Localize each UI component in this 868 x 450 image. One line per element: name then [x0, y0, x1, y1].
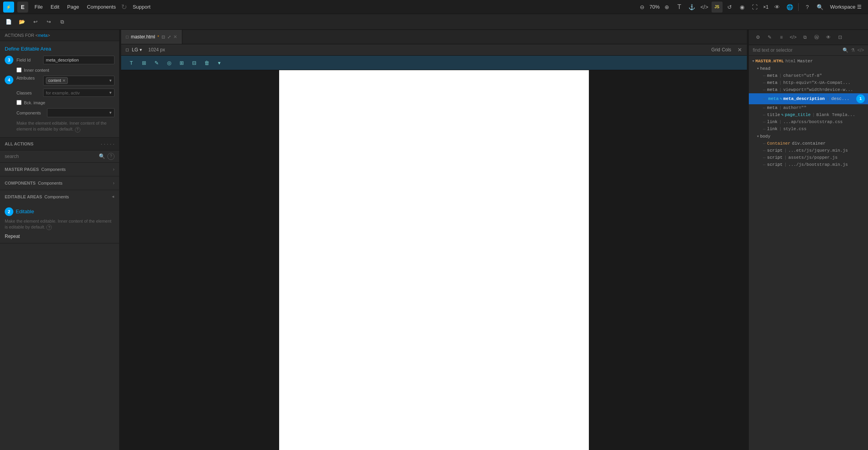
minimize-icon[interactable]: ⊖: [637, 2, 648, 13]
master-pages-header[interactable]: MASTER PAGES Components ›: [0, 163, 119, 176]
attr-dropdown-icon[interactable]: ▾: [109, 78, 112, 83]
preview-icon[interactable]: ◉: [737, 2, 748, 13]
tab-master-html[interactable]: □ master.html * ⊡ ⤢ ✕: [121, 30, 182, 44]
classes-dropdown-icon[interactable]: ▾: [109, 90, 112, 95]
repeat-link[interactable]: Repeat: [5, 234, 20, 239]
anchor-tool-icon[interactable]: ⚓: [686, 2, 697, 13]
text-insert-icon[interactable]: T: [126, 57, 137, 68]
tab-split-icon[interactable]: ⊡: [162, 34, 165, 40]
editable-areas-header[interactable]: EDITABLE AREAS Components ▾: [0, 190, 119, 203]
panel-settings-icon[interactable]: ⚙: [753, 32, 763, 42]
search-icon[interactable]: 🔍: [99, 153, 105, 159]
dom-link-bootstrap[interactable]: — link | ...ap/css/bootstrap.css: [749, 118, 868, 125]
panel-table-icon[interactable]: ⊡: [835, 32, 845, 42]
right-toolbar: ⚙ ✎ ≡ </> ⧉ Ⓦ 👁 ⊡: [749, 30, 868, 45]
field-id-input[interactable]: [43, 56, 114, 64]
layers-icon[interactable]: ⧉: [56, 16, 68, 28]
open-file-icon[interactable]: 📂: [16, 16, 28, 28]
dom-container[interactable]: — Container div.container: [749, 140, 868, 147]
bck-image-checkbox[interactable]: [16, 100, 22, 105]
menu-support[interactable]: Support: [129, 2, 154, 11]
panel-format-icon[interactable]: ≡: [776, 32, 786, 42]
find-code-icon[interactable]: </>: [857, 47, 864, 53]
layout-icon[interactable]: ⊞: [138, 57, 149, 68]
circle-tool-icon[interactable]: ◎: [163, 57, 174, 68]
head-collapse-icon[interactable]: ▾: [757, 66, 759, 71]
dom-root[interactable]: ▾ MASTER.HTML html Master: [749, 57, 868, 65]
tab-close-icon[interactable]: ✕: [173, 34, 177, 40]
dom-script-popper[interactable]: — script | assets/js/popper.js: [749, 154, 868, 161]
grid-tool-icon[interactable]: ⊟: [189, 57, 200, 68]
js-tool-icon[interactable]: JS: [712, 2, 723, 13]
panel-eye-icon[interactable]: 👁: [823, 32, 833, 42]
more-tools-icon[interactable]: ▾: [214, 57, 225, 68]
comp-dropdown-icon[interactable]: ▾: [109, 110, 112, 115]
dom-meta-viewport[interactable]: — meta | viewport="width=device-w...: [749, 86, 868, 93]
device-dropdown-icon[interactable]: ▾: [140, 47, 142, 53]
title-edit-icon[interactable]: ✎: [781, 112, 784, 117]
dom-script-jquery[interactable]: — script | ...ets/js/jquery.min.js: [749, 147, 868, 154]
menu-edit[interactable]: Edit: [47, 2, 62, 11]
canvas-area[interactable]: [121, 70, 747, 450]
panel-code-icon[interactable]: </>: [788, 32, 798, 42]
dom-link-attr-1: ...ap/css/bootstrap.css: [783, 120, 843, 124]
menu-file[interactable]: File: [31, 2, 46, 11]
components-header[interactable]: COMPONENTS Components ›: [0, 176, 119, 190]
grid-label[interactable]: Grid: [711, 47, 720, 53]
code-tool-icon[interactable]: </>: [699, 2, 710, 13]
dom-head[interactable]: ▾ head: [749, 65, 868, 72]
eye-icon[interactable]: 👁: [772, 2, 783, 13]
new-page-icon[interactable]: 📄: [2, 16, 15, 28]
inner-content-checkbox[interactable]: [16, 67, 22, 73]
dom-meta-desc-attr: desc...: [831, 96, 849, 101]
menu-page[interactable]: Page: [64, 2, 82, 11]
find-search-icon[interactable]: 🔍: [843, 47, 848, 53]
editable-areas-arrow-icon[interactable]: ▾: [111, 196, 116, 198]
table-icon[interactable]: ⊞: [176, 57, 187, 68]
dom-title[interactable]: — title ✎ page_title | Blank Templa...: [749, 111, 868, 118]
dom-meta-description[interactable]: — meta ✎ meta_description | desc... 1: [749, 93, 868, 104]
text-tool-icon[interactable]: T: [674, 2, 685, 13]
maximize-icon[interactable]: ⊕: [661, 2, 672, 13]
search-zoom-icon[interactable]: 🔍: [814, 2, 825, 13]
all-actions-menu-icon[interactable]: · · · · ·: [101, 141, 114, 147]
pencil-icon[interactable]: ✎: [151, 57, 162, 68]
tab-popout-icon[interactable]: ⤢: [167, 34, 171, 40]
dom-meta-charset[interactable]: — meta | charset="utf-8": [749, 72, 868, 79]
panel-wp-icon[interactable]: Ⓦ: [812, 32, 822, 42]
master-pages-arrow-icon[interactable]: ›: [113, 167, 114, 172]
fullscreen-icon[interactable]: ⛶: [749, 2, 760, 13]
body-collapse-icon[interactable]: ▾: [757, 134, 759, 139]
components-select[interactable]: ▾: [47, 108, 114, 117]
components-cat-arrow-icon[interactable]: ›: [113, 180, 114, 186]
classes-select[interactable]: for example, activ ▾: [43, 89, 114, 97]
root-collapse-icon[interactable]: ▾: [752, 58, 755, 64]
panel-edit-icon[interactable]: ✎: [764, 32, 775, 42]
attributes-select[interactable]: content ✕ ▾: [43, 76, 114, 85]
find-input[interactable]: [753, 47, 840, 53]
workspace-button[interactable]: Workspace ☰: [827, 2, 865, 11]
search-input[interactable]: [5, 154, 96, 159]
delete-icon[interactable]: 🗑: [201, 57, 212, 68]
menu-components[interactable]: Components: [84, 2, 119, 11]
dom-meta-http[interactable]: — meta | http-equiv="X-UA-Compat...: [749, 79, 868, 86]
remove-tag-icon[interactable]: ✕: [62, 78, 65, 83]
help-icon[interactable]: ?: [75, 127, 80, 132]
undo-icon[interactable]: ↩: [29, 16, 42, 28]
search-help-icon[interactable]: ?: [107, 153, 114, 160]
dom-link-style[interactable]: — link | style.css: [749, 125, 868, 132]
dom-body[interactable]: ▾ body: [749, 132, 868, 140]
close-canvas-icon[interactable]: ✕: [737, 47, 742, 53]
refresh-icon[interactable]: ↺: [724, 2, 735, 13]
find-filter-icon[interactable]: ⚗: [851, 47, 855, 53]
editable-help-icon[interactable]: ?: [46, 225, 52, 230]
device-select[interactable]: LG ▾: [132, 47, 142, 53]
help-icon[interactable]: ?: [802, 2, 813, 13]
redo-icon[interactable]: ↪: [42, 16, 55, 28]
dom-script-bootstrap[interactable]: — script | .../js/bootstrap.min.js: [749, 161, 868, 168]
cols-label[interactable]: Cols: [722, 47, 731, 53]
dom-meta-author[interactable]: — meta | author="": [749, 104, 868, 111]
globe-icon[interactable]: 🌐: [784, 2, 795, 13]
meta-edit-icon[interactable]: ✎: [780, 96, 782, 101]
panel-layers-icon[interactable]: ⧉: [800, 32, 810, 42]
